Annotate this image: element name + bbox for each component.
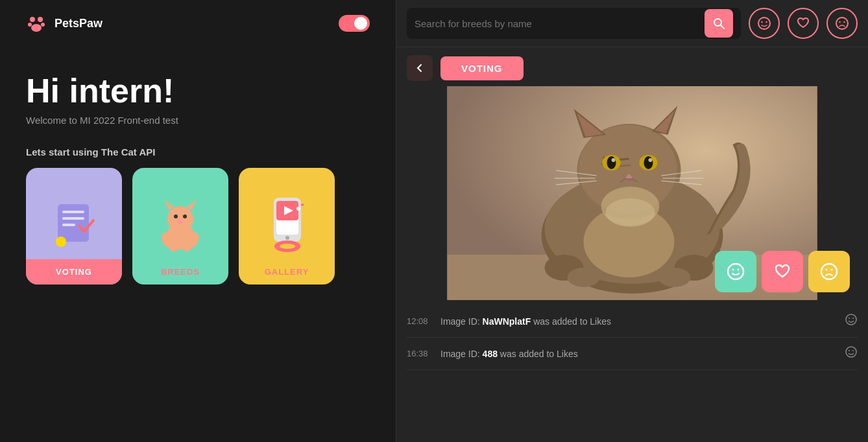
voting-card-icon <box>48 198 100 250</box>
like-smiley-icon <box>727 262 745 281</box>
activity-time-1: 12:08 <box>407 316 433 326</box>
back-chevron-icon <box>415 63 425 73</box>
activity-like-icon-1 <box>845 313 858 329</box>
svg-point-17 <box>177 220 184 224</box>
welcome-subtitle: Welcome to MI 2022 Front-end test <box>26 115 370 126</box>
svg-point-78 <box>849 318 850 319</box>
svg-point-15 <box>174 215 178 218</box>
gallery-card[interactable]: GALLERY <box>239 168 335 285</box>
svg-point-29 <box>296 207 300 211</box>
activity-item: 12:08 Image ID: NaWNplatF was added to L… <box>407 305 858 338</box>
svg-point-1 <box>38 17 43 22</box>
svg-point-48 <box>658 268 691 287</box>
svg-point-73 <box>738 269 740 271</box>
voting-area: VOTING <box>396 47 868 442</box>
search-button[interactable] <box>705 9 733 38</box>
voting-card-button[interactable]: VOTING <box>26 259 122 285</box>
dislike-sad-icon <box>820 262 838 281</box>
svg-point-60 <box>612 158 616 162</box>
svg-point-2 <box>28 23 32 27</box>
search-icon <box>712 17 725 30</box>
activity-text-2: Image ID: 488 was added to Likes <box>440 349 837 359</box>
logo-text: PetsPaw <box>54 17 102 30</box>
dark-mode-toggle[interactable] <box>339 15 370 32</box>
breeds-card-icon <box>154 194 206 253</box>
svg-rect-8 <box>62 217 84 220</box>
svg-point-0 <box>30 17 35 22</box>
svg-point-30 <box>301 204 304 206</box>
svg-point-76 <box>831 269 833 271</box>
api-section-title: Lets start using The Cat API <box>26 146 370 157</box>
svg-line-32 <box>721 25 724 29</box>
greeting-section: Hi intern! Welcome to MI 2022 Front-end … <box>26 73 370 126</box>
svg-point-70 <box>606 198 655 227</box>
breeds-card-button[interactable]: BREEDS <box>132 259 228 285</box>
right-panel: VOTING <box>396 0 868 442</box>
breeds-card[interactable]: BREEDS <box>132 168 228 285</box>
activity-log: 12:08 Image ID: NaWNplatF was added to L… <box>396 300 868 375</box>
svg-point-4 <box>31 24 42 32</box>
sad-nav-button[interactable] <box>826 8 858 39</box>
svg-point-20 <box>169 244 178 251</box>
vote-buttons <box>715 251 850 292</box>
svg-point-58 <box>607 156 616 169</box>
activity-text-1: Image ID: NaWNplatF was added to Likes <box>440 316 837 327</box>
gallery-card-button[interactable]: GALLERY <box>239 259 335 285</box>
activity-like-icon-2 <box>845 345 858 362</box>
paw-logo-icon <box>26 13 47 34</box>
svg-point-75 <box>826 269 828 271</box>
header-bar: PetsPaw <box>26 13 370 34</box>
svg-point-59 <box>644 156 653 169</box>
svg-point-21 <box>182 244 191 251</box>
activity-image-id-2: 488 <box>483 349 498 359</box>
voting-label-button[interactable]: VOTING <box>440 56 524 80</box>
svg-point-12 <box>167 206 193 232</box>
svg-marker-14 <box>187 200 196 210</box>
heart-icon <box>796 16 810 30</box>
svg-point-38 <box>843 21 845 23</box>
cards-row: VOTING <box>26 168 370 285</box>
svg-point-26 <box>285 236 289 240</box>
activity-item: 16:38 Image ID: 488 was added to Likes <box>407 338 858 370</box>
svg-point-3 <box>41 23 45 27</box>
svg-rect-9 <box>62 224 75 226</box>
search-container <box>407 8 741 39</box>
svg-point-33 <box>758 17 770 29</box>
smiley-icon <box>757 16 771 30</box>
svg-point-47 <box>568 268 600 287</box>
svg-point-79 <box>852 318 854 319</box>
svg-point-71 <box>728 264 743 279</box>
svg-point-72 <box>732 269 734 271</box>
greeting-title: Hi intern! <box>26 73 370 110</box>
svg-point-34 <box>761 21 762 23</box>
svg-point-28 <box>280 244 295 249</box>
vote-like-button[interactable] <box>715 251 756 292</box>
right-header <box>396 0 868 47</box>
svg-point-61 <box>649 158 653 162</box>
search-input[interactable] <box>415 18 699 29</box>
sad-icon <box>835 16 849 30</box>
svg-point-16 <box>183 215 187 218</box>
svg-point-37 <box>839 21 840 23</box>
left-panel: PetsPaw Hi intern! Welcome to MI 2022 Fr… <box>0 0 396 442</box>
svg-point-80 <box>846 347 856 357</box>
svg-marker-13 <box>165 200 174 210</box>
activity-image-id-1: NaWNplatF <box>483 316 531 327</box>
svg-rect-7 <box>62 211 84 213</box>
svg-rect-6 <box>58 204 89 242</box>
vote-dislike-button[interactable] <box>808 251 850 292</box>
voting-nav: VOTING <box>396 47 868 86</box>
back-button[interactable] <box>407 55 433 81</box>
svg-point-10 <box>56 237 66 247</box>
svg-point-35 <box>766 21 767 23</box>
voting-card[interactable]: VOTING <box>26 168 122 285</box>
heart-nav-button[interactable] <box>788 8 819 39</box>
svg-point-77 <box>846 314 856 325</box>
activity-time-2: 16:38 <box>407 349 433 358</box>
smiley-nav-button[interactable] <box>749 8 780 39</box>
svg-point-36 <box>836 17 848 29</box>
gallery-card-icon <box>261 194 313 253</box>
svg-point-74 <box>821 264 837 279</box>
vote-love-button[interactable] <box>762 251 803 292</box>
svg-point-82 <box>852 350 854 351</box>
